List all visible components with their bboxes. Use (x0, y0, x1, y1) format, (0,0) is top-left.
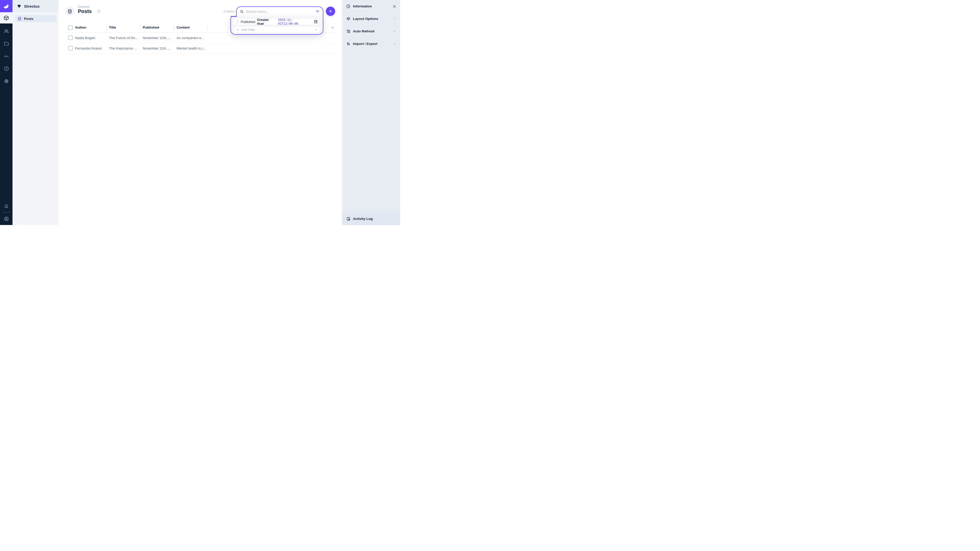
database-icon (18, 17, 22, 21)
module-content[interactable] (0, 12, 13, 24)
filter-rule[interactable]: Published Greater than 2024-11-01T12:00:… (234, 18, 320, 25)
directus-logo[interactable] (0, 0, 13, 12)
bell-icon (3, 203, 9, 209)
sidebar-section-auto-refresh[interactable]: Auto Refresh (342, 25, 400, 38)
cell-content: Mental health is j... (177, 43, 205, 54)
cell-published: November 11th, ... (143, 43, 171, 54)
search-filter-popover: Published Greater than 2024-11-01T12:00:… (231, 6, 323, 35)
cell-title: The Importance ... (109, 43, 137, 54)
page-title: Posts (78, 8, 92, 14)
notifications-button[interactable] (0, 200, 13, 213)
column-separator[interactable] (174, 25, 174, 30)
close-icon[interactable] (392, 4, 396, 8)
plus-icon (328, 9, 333, 14)
import-export-icon (346, 41, 351, 46)
sidebar-section-label: Information (353, 4, 372, 8)
select-all-checkbox[interactable] (68, 25, 73, 30)
add-filter-label: Add Filter (241, 28, 256, 32)
collection-icon-button[interactable] (65, 6, 74, 16)
activity-log-label: Activity Log (353, 217, 372, 221)
chevron-down-icon[interactable] (314, 28, 318, 32)
breadcrumb: Content (78, 5, 89, 8)
chevron-down-icon[interactable] (393, 29, 396, 33)
add-column-icon[interactable] (331, 25, 335, 30)
filter-panel: Published Greater than 2024-11-01T12:00:… (231, 16, 323, 35)
main-content: Content Posts 2 Items Author Title Publi… (59, 0, 342, 225)
filter-field[interactable]: Published (241, 20, 255, 24)
column-header-content[interactable]: Content (177, 24, 207, 30)
table-row[interactable]: Fernanda Alvarez The Importance ... Nove… (65, 43, 337, 54)
project-header[interactable]: Directus (13, 0, 59, 12)
column-header-author[interactable]: Author (75, 24, 105, 30)
navigation-panel: Directus Posts (13, 0, 59, 225)
box-icon (3, 15, 9, 21)
activity-log-icon (346, 217, 351, 221)
account-button[interactable] (0, 213, 13, 225)
activity-log-button[interactable]: Activity Log (342, 213, 400, 225)
people-icon (3, 28, 9, 34)
column-separator[interactable] (107, 25, 107, 30)
info-icon (346, 4, 351, 9)
filter-icon[interactable] (315, 10, 320, 14)
column-separator[interactable] (140, 25, 141, 30)
module-help[interactable]: ? (0, 62, 13, 75)
search-bar (236, 6, 323, 16)
sync-disabled-icon (346, 29, 351, 34)
cell-author: Nadia Bogart (75, 33, 95, 43)
column-header-title[interactable]: Title (109, 24, 139, 30)
calendar-icon[interactable] (313, 20, 318, 24)
row-checkbox[interactable] (68, 35, 73, 40)
create-item-button[interactable] (326, 6, 335, 16)
rabbit-icon (3, 2, 10, 10)
help-icon: ? (3, 66, 9, 71)
folder-icon (3, 41, 9, 46)
sidebar-section-information[interactable]: Information (342, 0, 400, 13)
search-input[interactable] (246, 10, 313, 14)
sidebar-section-layout-options[interactable]: Layout Options (342, 13, 400, 25)
add-filter-button[interactable]: Add Filter (234, 26, 320, 33)
gear-icon (3, 78, 9, 84)
sidebar-section-import-export[interactable]: Import / Export (342, 38, 400, 50)
right-sidebar: Information Layout Options Auto Refresh … (342, 0, 400, 225)
sidebar-section-label: Layout Options (353, 17, 378, 21)
filter-value[interactable]: 2024-11-01T12:00:00 (278, 18, 312, 25)
account-circle-icon (3, 216, 9, 222)
project-name: Directus (24, 4, 40, 8)
nav-item-label: Posts (24, 17, 33, 21)
drag-handle-icon[interactable] (236, 20, 239, 24)
cell-published: November 12th, ... (143, 33, 171, 43)
module-settings[interactable] (0, 75, 13, 87)
nav-item-posts[interactable]: Posts (15, 15, 57, 22)
module-insights[interactable] (0, 50, 13, 62)
sidebar-section-label: Auto Refresh (353, 29, 375, 33)
cell-author: Fernanda Alvarez (75, 43, 102, 54)
database-icon (67, 9, 72, 14)
module-bar: ? (0, 0, 13, 225)
column-header-published[interactable]: Published (143, 24, 173, 30)
plus-icon (236, 28, 239, 32)
cell-content: As companies e... (177, 33, 204, 43)
search-icon (240, 10, 244, 14)
svg-text:?: ? (5, 67, 7, 70)
chevron-down-icon[interactable] (393, 17, 396, 21)
project-fan-icon (17, 3, 22, 9)
filter-operator[interactable]: Greater than (257, 18, 276, 25)
row-checkbox[interactable] (68, 46, 73, 51)
module-file-library[interactable] (0, 37, 13, 50)
bookmark-icon[interactable] (97, 9, 101, 13)
module-user-directory[interactable] (0, 25, 13, 37)
column-separator[interactable] (207, 25, 208, 30)
chevron-down-icon[interactable] (393, 42, 396, 46)
sidebar-section-label: Import / Export (353, 42, 377, 46)
layers-icon (346, 17, 351, 21)
cell-title: The Future of Re... (109, 33, 138, 43)
insights-icon (3, 53, 9, 59)
